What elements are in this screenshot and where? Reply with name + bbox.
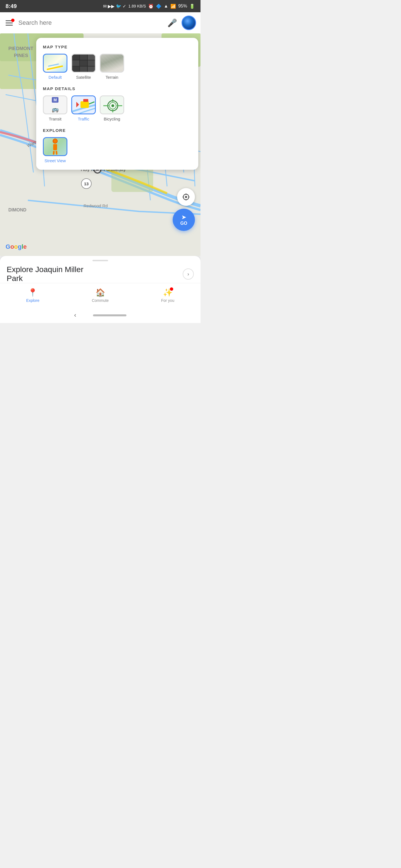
svg-point-25 <box>185 196 187 198</box>
battery-icon: 🔋 <box>189 4 195 9</box>
search-bar: 🎤 <box>0 12 200 33</box>
nav-explore[interactable]: 📍 Explore <box>26 288 39 303</box>
map-detail-traffic[interactable]: Traffic <box>71 95 96 121</box>
map-details-section-title: MAP DETAILS <box>43 86 192 91</box>
streetview-label: Street View <box>45 158 66 163</box>
explore-nav-label: Explore <box>26 298 39 303</box>
explore-row: Street View <box>43 137 192 163</box>
svg-text:PINES: PINES <box>14 53 28 58</box>
svg-point-23 <box>111 104 114 107</box>
alarm-icon: ⏰ <box>148 4 154 9</box>
wifi-icon: ✉ ▶▶ 🐦 ✓ <box>103 4 126 9</box>
nav-for-you[interactable]: ✨ For you <box>161 288 174 303</box>
wifi-signal-icon: ▲ <box>164 4 168 9</box>
bluetooth-icon: 🔷 <box>156 4 162 9</box>
map-detail-bicycling[interactable]: Bicycling <box>100 95 124 121</box>
map-type-default[interactable]: Default <box>43 54 67 80</box>
avatar[interactable] <box>181 16 196 30</box>
foryou-nav-label: For you <box>161 298 174 303</box>
sheet-handle <box>92 260 108 261</box>
map-type-satellite[interactable]: Satellite <box>71 54 96 80</box>
my-location-button[interactable] <box>177 188 195 206</box>
bicycling-label: Bicycling <box>104 117 120 121</box>
traffic-label: Traffic <box>78 117 89 121</box>
svg-rect-17 <box>81 101 89 108</box>
map-area[interactable]: Warren Fwy 13 Redwood Rd PIEDMONT PINES … <box>0 33 200 256</box>
home-pill[interactable] <box>93 314 126 316</box>
status-time: 8:49 <box>6 3 17 9</box>
svg-text:DIMOND: DIMOND <box>8 208 26 212</box>
terrain-label: Terrain <box>106 75 118 80</box>
go-arrow-icon: ➤ <box>181 214 186 221</box>
svg-text:Redwood Rd: Redwood Rd <box>84 204 108 208</box>
map-detail-transit[interactable]: M 🚌 Transit <box>43 95 67 121</box>
svg-rect-19 <box>83 99 88 102</box>
status-bar: 8:49 ✉ ▶▶ 🐦 ✓ 1.89 KB/S ⏰ 🔷 ▲ 📶 95% 🔋 <box>0 0 200 12</box>
svg-text:PIEDMONT: PIEDMONT <box>8 46 33 51</box>
svg-text:13: 13 <box>84 181 89 186</box>
map-explore-streetview[interactable]: Street View <box>43 137 67 163</box>
menu-button[interactable] <box>4 19 14 27</box>
default-label: Default <box>49 75 62 80</box>
nav-commute[interactable]: 🏠 Commute <box>92 288 109 303</box>
map-details-row: M 🚌 Transit <box>43 95 192 121</box>
satellite-label: Satellite <box>76 75 91 80</box>
map-type-terrain[interactable]: Terrain <box>100 54 124 80</box>
explore-section-title: EXPLORE <box>43 128 192 133</box>
commute-nav-label: Commute <box>92 298 109 303</box>
foryou-badge <box>170 287 173 291</box>
battery-level: 95% <box>178 4 187 9</box>
explore-icon: 📍 <box>28 288 37 297</box>
map-type-panel: MAP TYPE Default <box>36 38 198 170</box>
map-type-section-title: MAP TYPE <box>43 44 192 49</box>
bottom-sheet: Explore Joaquin Miller Park › <box>0 256 200 283</box>
notification-dot <box>11 19 15 22</box>
data-speed: 1.89 KB/S <box>128 4 146 8</box>
sheet-title: Explore Joaquin Miller <box>7 265 83 274</box>
signal-icon: 📶 <box>170 4 176 9</box>
bottom-nav: 📍 Explore 🏠 Commute ✨ For you <box>0 283 200 307</box>
map-type-row: Default Satellite <box>43 54 192 80</box>
sheet-next-arrow[interactable]: › <box>183 269 194 280</box>
go-label: GO <box>180 221 188 226</box>
microphone-icon[interactable]: 🎤 <box>167 18 177 28</box>
go-button[interactable]: ➤ GO <box>173 209 195 231</box>
status-icons: ✉ ▶▶ 🐦 ✓ 1.89 KB/S ⏰ 🔷 ▲ 📶 95% 🔋 <box>103 4 195 9</box>
sheet-subtitle: Park <box>7 274 83 283</box>
transit-label: Transit <box>49 117 61 121</box>
search-input[interactable] <box>18 19 163 26</box>
back-chevron[interactable]: ‹ <box>74 312 76 319</box>
home-bar: ‹ <box>0 307 200 323</box>
commute-icon: 🏠 <box>95 288 105 297</box>
google-logo: G o o g l e <box>6 243 27 250</box>
